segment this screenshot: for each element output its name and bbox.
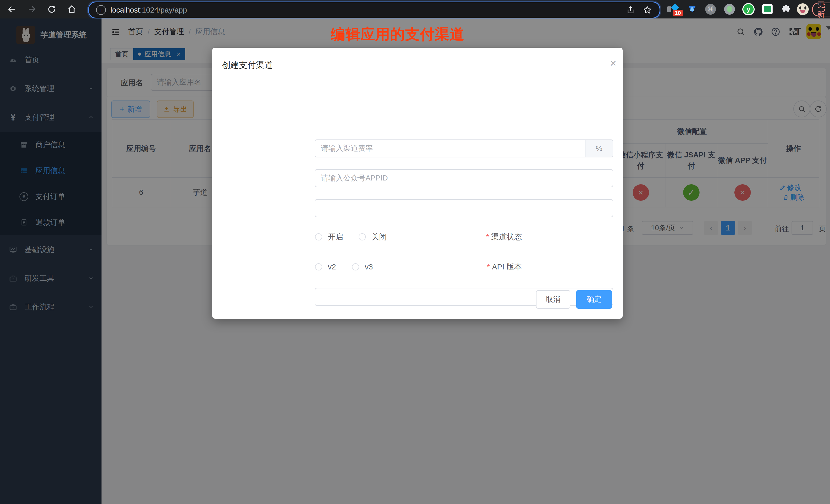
- api-label: *API 版本: [487, 258, 522, 276]
- create-pay-channel-dialog: 创建支付渠道 × *渠道费率 请输入渠道费率 % *公众号APPID 请输入公众…: [212, 48, 622, 319]
- extension-icon-6[interactable]: [761, 3, 774, 15]
- extension-icon-1[interactable]: 10: [667, 3, 679, 15]
- share-icon[interactable]: [626, 6, 635, 14]
- screen: i localhost:1024/pay/app 10 ⌘ y: [0, 0, 830, 504]
- home-icon: [67, 5, 76, 14]
- browser-menu-kebab-icon[interactable]: [824, 4, 825, 11]
- forward-arrow-icon: [27, 5, 36, 14]
- merchant-input[interactable]: [315, 199, 613, 217]
- cancel-button[interactable]: 取消: [536, 290, 570, 309]
- percent-suffix: %: [585, 140, 613, 157]
- browser-update-button[interactable]: 更新: [812, 3, 830, 17]
- puzzle-icon: [781, 4, 791, 14]
- url-path: :1024/pay/app: [140, 6, 187, 14]
- back-arrow-icon: [7, 5, 17, 14]
- form-row-merchant: *商户号: [212, 199, 622, 217]
- profile-avatar-icon[interactable]: [797, 3, 809, 15]
- cancel-label: 取消: [546, 294, 561, 305]
- radio-status-on[interactable]: 开启: [315, 228, 343, 246]
- confirm-button[interactable]: 确定: [576, 290, 612, 309]
- rate-input[interactable]: 请输入渠道费率 %: [315, 139, 613, 157]
- status-label: *渠道状态: [486, 228, 522, 246]
- dialog-close-icon[interactable]: ×: [610, 58, 616, 69]
- browser-home-button[interactable]: [66, 4, 77, 15]
- annotation-text: 编辑应用的支付渠道: [331, 25, 515, 44]
- browser-forward-button[interactable]: [26, 4, 37, 15]
- browser-toolbar: i localhost:1024/pay/app 10 ⌘ y: [0, 0, 830, 19]
- radio-circle-icon: [315, 263, 322, 271]
- form-row-status: *渠道状态 开启 关闭: [212, 228, 622, 246]
- browser-back-button[interactable]: [6, 4, 18, 15]
- radio-api-v3[interactable]: v3: [352, 258, 373, 276]
- form-row-api: *API 版本 v2 v3: [212, 258, 622, 276]
- radio-circle-icon: [352, 263, 359, 271]
- appid-placeholder: 请输入公众号APPID: [315, 173, 388, 183]
- radio-label: 开启: [328, 232, 343, 242]
- bookmark-star-icon[interactable]: [643, 5, 652, 14]
- radio-api-v2[interactable]: v2: [315, 258, 336, 276]
- radio-circle-icon: [315, 233, 322, 241]
- update-label: 更新: [818, 0, 825, 19]
- url-bar[interactable]: i localhost:1024/pay/app: [88, 2, 660, 19]
- extension-icon-2[interactable]: [686, 3, 698, 15]
- required-asterisk: *: [487, 262, 490, 271]
- radio-circle-icon: [359, 233, 366, 241]
- form-row-rate: *渠道费率 请输入渠道费率 %: [212, 139, 622, 157]
- extension-icon-4[interactable]: [723, 3, 736, 15]
- required-asterisk: *: [486, 232, 489, 241]
- form-row-appid: *公众号APPID 请输入公众号APPID: [212, 169, 622, 187]
- extension-icon-5[interactable]: y: [742, 3, 755, 15]
- browser-reload-button[interactable]: [46, 4, 57, 15]
- url-host: localhost: [110, 6, 140, 14]
- rate-placeholder: 请输入渠道费率: [315, 143, 373, 154]
- appid-input[interactable]: 请输入公众号APPID: [315, 169, 613, 187]
- extensions-puzzle-icon[interactable]: [780, 3, 792, 15]
- radio-label: v3: [365, 262, 373, 271]
- radio-status-off[interactable]: 关闭: [359, 228, 387, 246]
- radio-label: 关闭: [372, 232, 387, 242]
- radio-label: v2: [328, 262, 336, 271]
- url-text: localhost:1024/pay/app: [110, 6, 187, 14]
- dialog-title: 创建支付渠道: [222, 60, 273, 71]
- extension-badge: 10: [673, 10, 683, 17]
- site-info-icon[interactable]: i: [96, 5, 106, 15]
- reload-icon: [47, 5, 56, 14]
- confirm-label: 确定: [587, 294, 602, 305]
- extension-icon-3[interactable]: ⌘: [704, 3, 717, 15]
